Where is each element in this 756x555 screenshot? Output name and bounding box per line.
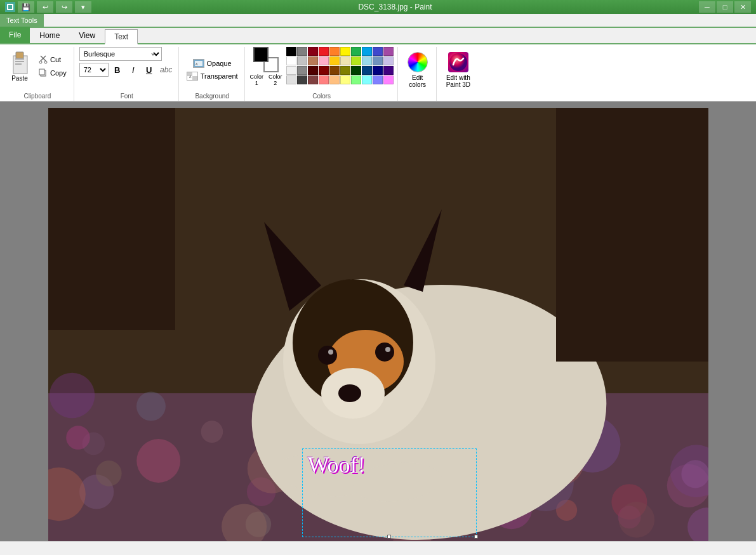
color-swatch[interactable]	[362, 75, 372, 84]
paste-label: Paste	[11, 75, 28, 82]
main-tabs[interactable]: File Home View Text	[0, 28, 756, 44]
color-swatch[interactable]	[362, 56, 372, 65]
opaque-icon: A	[193, 59, 204, 68]
save-quick-btn[interactable]: 💾	[18, 1, 34, 13]
color-swatch[interactable]	[351, 47, 361, 56]
paint3d-icon	[448, 52, 468, 72]
tab-file[interactable]: File	[0, 27, 30, 43]
color-swatch[interactable]	[286, 47, 296, 56]
ribbon-group-background: A Opaque A Transparent Backgro	[180, 47, 245, 101]
underline-button[interactable]: U	[142, 63, 156, 77]
color-swatch[interactable]	[297, 56, 307, 65]
svg-point-10	[39, 61, 42, 63]
svg-rect-4	[16, 52, 23, 58]
window-title: DSC_3138.jpg - Paint	[91, 3, 699, 11]
color2-label: Color2	[269, 74, 282, 86]
copy-button[interactable]: Copy	[36, 67, 70, 79]
color-swatch[interactable]	[340, 56, 350, 65]
cut-button[interactable]: Cut	[36, 53, 70, 66]
paste-icon	[10, 51, 30, 75]
color-swatch[interactable]	[373, 56, 383, 65]
color-swatch[interactable]	[383, 75, 394, 84]
color-swatch[interactable]	[340, 66, 350, 75]
maximize-btn[interactable]: □	[717, 1, 733, 13]
svg-rect-7	[15, 63, 22, 65]
edit-paint3d-label: Edit withPaint 3D	[446, 74, 470, 88]
color-swatch[interactable]	[286, 66, 296, 75]
opaque-label: Opaque	[207, 60, 232, 67]
color-swatch[interactable]	[362, 47, 372, 56]
color-swatch[interactable]	[308, 56, 318, 65]
colors-content: Color1 Color2	[250, 47, 394, 93]
app-icon	[5, 2, 15, 12]
minimize-btn[interactable]: ─	[699, 1, 715, 13]
color-swatch[interactable]	[362, 66, 372, 75]
color-swatch[interactable]	[329, 66, 340, 75]
close-btn[interactable]: ✕	[734, 1, 751, 13]
tab-text[interactable]: Text	[105, 29, 138, 44]
title-bar: 💾 ↩ ↪ ▾ DSC_3138.jpg - Paint ─ □ ✕	[0, 0, 756, 14]
color-swatch[interactable]	[329, 75, 340, 84]
strikethrough-button[interactable]: abc	[158, 63, 175, 77]
color-swatch[interactable]	[308, 47, 318, 56]
bold-button[interactable]: B	[110, 63, 124, 77]
edit-colors-content: Editcolors	[403, 47, 432, 93]
resize-handle-bottom[interactable]	[387, 535, 391, 539]
redo-quick-btn[interactable]: ↪	[56, 1, 72, 13]
canvas-container[interactable]: Woof!	[0, 101, 756, 541]
color-swatch[interactable]	[351, 56, 361, 65]
context-tab-label: Text Tools	[0, 14, 44, 27]
edit-colors-button[interactable]: Editcolors	[403, 49, 432, 91]
swatch-grid	[286, 47, 394, 86]
undo-quick-btn[interactable]: ↩	[37, 1, 53, 13]
color-swatch[interactable]	[340, 75, 350, 84]
color-swatch[interactable]	[308, 66, 318, 75]
color-boxes: Color1 Color2	[250, 47, 282, 86]
ribbon-group-paint3d: Edit withPaint 3D .	[438, 47, 479, 101]
text-box[interactable]: Woof!	[302, 448, 477, 537]
copy-label: Copy	[50, 69, 67, 77]
window-controls[interactable]: ─ □ ✕	[699, 1, 751, 13]
tab-home[interactable]: Home	[30, 28, 69, 43]
color-swatch[interactable]	[308, 75, 318, 84]
color-swatch[interactable]	[373, 47, 383, 56]
edit-paint3d-button[interactable]: Edit withPaint 3D	[442, 49, 475, 91]
italic-button[interactable]: I	[126, 63, 140, 77]
ribbon-group-font: Burlesque 72 B I U abc Font	[76, 47, 179, 101]
color-swatch[interactable]	[373, 66, 383, 75]
paste-button[interactable]: Paste	[5, 47, 34, 85]
ribbon-group-edit-colors: Editcolors .	[399, 47, 437, 101]
tab-view[interactable]: View	[69, 28, 105, 43]
color-swatch[interactable]	[319, 75, 329, 84]
transparent-icon: A	[187, 72, 198, 81]
customize-quick-btn[interactable]: ▾	[75, 1, 91, 13]
color-swatch[interactable]	[351, 75, 361, 84]
font-family-select[interactable]: Burlesque	[79, 47, 162, 61]
color1-box[interactable]	[253, 47, 269, 62]
color-swatch[interactable]	[286, 75, 296, 84]
color-swatch[interactable]	[383, 56, 394, 65]
color-swatch[interactable]	[319, 56, 329, 65]
transparent-option[interactable]: A Transparent	[184, 70, 241, 82]
color-swatch[interactable]	[297, 47, 307, 56]
text-box-content[interactable]: Woof!	[303, 449, 476, 481]
font-size-select[interactable]: 72	[79, 63, 109, 77]
swatch-grid-container[interactable]	[286, 47, 394, 84]
color-swatch[interactable]	[383, 47, 394, 56]
color-swatch[interactable]	[329, 47, 340, 56]
color-swatch[interactable]	[319, 66, 329, 75]
color-swatch[interactable]	[286, 56, 296, 65]
color-swatch[interactable]	[297, 75, 307, 84]
color-swatch[interactable]	[329, 56, 340, 65]
svg-rect-20	[192, 76, 197, 80]
color-wheel-icon	[408, 52, 428, 72]
color-swatch[interactable]	[297, 66, 307, 75]
quick-access-toolbar[interactable]: 💾 ↩ ↪ ▾	[5, 1, 91, 13]
color-swatch[interactable]	[383, 66, 394, 75]
resize-handle-corner[interactable]	[474, 535, 478, 539]
color-swatch[interactable]	[373, 75, 383, 84]
opaque-option[interactable]: A Opaque	[190, 58, 234, 69]
color-swatch[interactable]	[319, 47, 329, 56]
color-swatch[interactable]	[340, 47, 350, 56]
color-swatch[interactable]	[351, 66, 361, 75]
